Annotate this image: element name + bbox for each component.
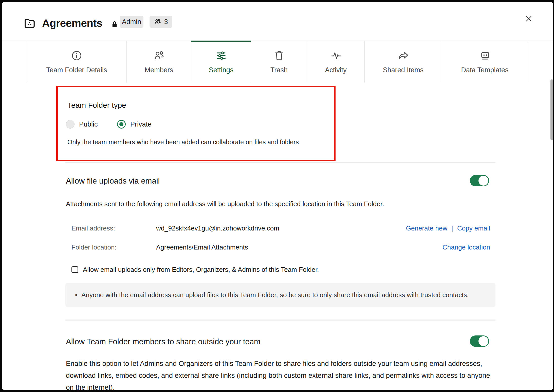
tab-label: Activity xyxy=(325,66,347,74)
radio-public[interactable]: Public xyxy=(66,120,98,129)
tab-label: Shared Items xyxy=(383,66,424,74)
email-actions: Generate new | Copy email xyxy=(406,224,490,232)
members-icon xyxy=(153,50,165,62)
checkbox-unchecked[interactable] xyxy=(71,266,78,273)
tab-shared-items[interactable]: Shared Items xyxy=(364,41,442,83)
template-icon xyxy=(479,50,491,62)
scrollbar-thumb[interactable] xyxy=(550,79,553,140)
external-share-toggle[interactable] xyxy=(470,335,489,347)
tab-label: Members xyxy=(145,66,173,74)
tab-activity[interactable]: Activity xyxy=(307,41,364,83)
email-uploads-heading: Allow file uploads via email xyxy=(66,176,160,186)
email-address-value: wd_92skfx4ev1gu@in.zohoworkdrive.com xyxy=(156,224,279,232)
tab-label: Trash xyxy=(270,66,288,74)
tab-label: Team Folder Details xyxy=(46,66,107,74)
members-count: 3 xyxy=(164,18,168,26)
radio-label: Private xyxy=(130,120,152,128)
team-folder-type-heading: Team Folder type xyxy=(67,101,126,110)
radio-circle-unselected[interactable] xyxy=(66,120,75,129)
members-count-badge[interactable]: 3 xyxy=(150,16,172,28)
tab-data-templates[interactable]: Data Templates xyxy=(442,41,528,83)
role-badge-label: Admin xyxy=(122,18,141,26)
close-button[interactable] xyxy=(522,12,535,25)
activity-icon xyxy=(330,50,342,62)
radio-circle-selected[interactable] xyxy=(117,120,126,129)
tab-label: Data Templates xyxy=(461,66,508,74)
link-separator: | xyxy=(451,224,453,232)
people-icon xyxy=(154,18,161,26)
page-title: Agreements xyxy=(42,17,102,29)
section-divider xyxy=(65,162,495,163)
section-divider xyxy=(65,319,495,321)
checkbox-label: Allow email uploads only from Editors, O… xyxy=(83,266,319,274)
radio-label: Public xyxy=(79,120,98,128)
close-icon xyxy=(525,15,533,23)
lock-icon xyxy=(110,20,119,29)
note-text: Anyone with the email address can upload… xyxy=(81,291,469,299)
trash-icon xyxy=(273,50,285,62)
tab-trash[interactable]: Trash xyxy=(251,41,307,83)
tab-settings[interactable]: Settings xyxy=(191,41,251,83)
location-actions: Change location xyxy=(442,243,490,251)
team-folder-icon xyxy=(23,17,36,29)
warning-note: • Anyone with the email address can uplo… xyxy=(65,283,495,307)
restrict-uploads-checkbox-row[interactable]: Allow email uploads only from Editors, O… xyxy=(71,266,319,274)
change-location-link[interactable]: Change location xyxy=(442,243,490,251)
tab-team-folder-details[interactable]: Team Folder Details xyxy=(27,41,126,83)
tab-label: Settings xyxy=(209,66,234,74)
copy-email-link[interactable]: Copy email xyxy=(457,224,490,232)
share-icon xyxy=(397,50,409,62)
team-folder-type-description: Only the team members who have been adde… xyxy=(67,138,299,146)
note-bullet: • xyxy=(75,291,77,299)
external-share-description: Enable this option to let Admins and Org… xyxy=(66,358,493,390)
info-icon xyxy=(71,50,83,62)
email-uploads-toggle[interactable] xyxy=(470,175,489,186)
email-address-label: Email address: xyxy=(71,224,115,232)
folder-location-value: Agreements/Email Attachments xyxy=(156,243,248,251)
email-uploads-description: Attachments sent to the following email … xyxy=(66,200,384,208)
role-badge: Admin xyxy=(120,16,143,28)
sliders-icon xyxy=(215,50,227,62)
tab-bar: Team Folder Details Members Settings xyxy=(2,41,553,83)
folder-location-label: Folder location: xyxy=(71,243,117,251)
dialog-header: Agreements Admin 3 xyxy=(2,2,553,41)
tab-members[interactable]: Members xyxy=(126,41,191,83)
team-folder-dialog: Agreements Admin 3 xyxy=(2,2,553,390)
highlight-box xyxy=(56,86,336,161)
radio-private[interactable]: Private xyxy=(117,120,152,129)
external-share-heading: Allow Team Folder members to share outsi… xyxy=(66,337,261,346)
generate-new-link[interactable]: Generate new xyxy=(406,224,447,232)
